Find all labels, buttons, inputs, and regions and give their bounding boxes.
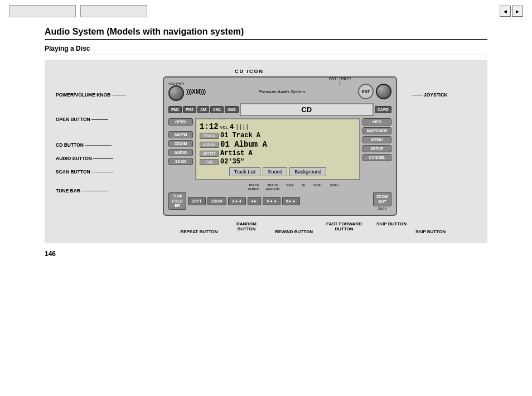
menu-button[interactable]: MENU <box>362 136 391 143</box>
artist-row: ARTIST Artist A <box>200 149 356 157</box>
track-btn-5[interactable]: 5◄◄ <box>263 197 280 205</box>
open-button-label: OPEN BUTTON <box>56 117 108 122</box>
cdxm-button[interactable]: CD/XM <box>168 140 193 147</box>
vol-label: VOL <box>220 125 228 130</box>
nav-tab-2[interactable] <box>80 5 147 17</box>
right-labels: JOYSTICK <box>409 76 476 216</box>
transport-label-random: TRACKRANDOM <box>263 183 282 191</box>
vol-number: 4 <box>230 123 234 131</box>
premium-audio-label: Premium Audio System <box>208 89 356 94</box>
cd-unit: ANTI THEFT VOL•PWR )))XM))) Premium Audi… <box>163 76 397 216</box>
main-section: OPEN AM/FM CD/XM AUDIO SCAN 1:12 VOL <box>168 118 391 180</box>
artist-label: ARTIST <box>200 151 219 157</box>
page-number: 146 <box>45 243 487 258</box>
track-label: TRACK <box>200 133 219 139</box>
skip-button-label-1: SKIP BUTTON <box>369 221 414 234</box>
scan-button[interactable]: SCAN <box>168 158 193 165</box>
left-labels: POWER/VOLUME KNOB OPEN BUTTON CD BUTTON … <box>56 76 151 216</box>
track-value: 01 Track A <box>220 132 260 139</box>
power-volume-label: POWER/VOLUME KNOB <box>56 92 126 98</box>
transport-label-skip+: SKIP + <box>327 183 342 191</box>
freq-row: FM1 FM2 AM XM1 XM2 CD CARD <box>168 103 391 116</box>
cd-icon-label: CD ICON <box>56 69 443 74</box>
ent-button[interactable]: ENT <box>358 84 374 99</box>
artist-value: Artist A <box>220 149 253 157</box>
track-btn-4[interactable]: 4► <box>248 197 262 205</box>
display-bottom-buttons: Track List Sound Background <box>200 167 356 176</box>
left-side-buttons: OPEN AM/FM CD/XM AUDIO SCAN <box>168 118 193 180</box>
track-btn-6[interactable]: 6►► <box>282 197 300 205</box>
card-btn[interactable]: CARD <box>375 106 391 113</box>
album-row: ALBUM 01 Album A <box>200 140 356 149</box>
scan-button-label: SCAN BUTTON <box>56 169 114 175</box>
joystick-label: JOYSTICK <box>412 92 448 98</box>
amfm-button[interactable]: AM/FM <box>168 131 193 138</box>
sound-button[interactable]: Sound <box>263 167 287 176</box>
vol-bars: |||| <box>235 124 249 131</box>
tune-folder-button[interactable]: TUN/FOLDER <box>168 192 186 210</box>
display-time: 1:12 <box>200 122 219 131</box>
nav-tab-1[interactable] <box>9 5 76 17</box>
random-button-label: RANDOMBUTTON <box>224 221 269 234</box>
top-navigation: ◄ ► <box>0 0 532 22</box>
track-row: TRACK 01 Track A <box>200 132 356 139</box>
am-btn[interactable]: AM <box>197 106 209 113</box>
volume-knob[interactable] <box>168 85 184 101</box>
background-button[interactable]: Background <box>289 167 326 176</box>
bottom-labels-row: REPEAT BUTTON RANDOMBUTTON REWIND BUTTON… <box>56 221 476 234</box>
joystick[interactable] <box>376 84 391 99</box>
track-btn-1[interactable]: 1RPT <box>188 197 206 205</box>
fast-forward-button-label: FAST FORWARDBUTTON <box>319 221 369 234</box>
transport-label-repeat: TRACKREPEAT <box>245 183 262 191</box>
diagram-area: CD ICON POWER/VOLUME KNOB OPEN BUTTON CD… <box>45 60 487 243</box>
prev-arrow[interactable]: ◄ <box>500 6 511 17</box>
transport-label-skip-: SKIP - <box>310 183 326 191</box>
album-label: ALBUM <box>200 142 219 148</box>
open-button[interactable]: OPEN <box>168 118 193 125</box>
track-buttons-row: TUN/FOLDER 1RPT 2RDM 3◄◄ 4► 5◄◄ 6►► ZOOM… <box>168 192 391 210</box>
elapsed-row: TIME 02'35" <box>200 158 356 166</box>
mapguide-button[interactable]: MAP/GUIDE <box>362 127 391 134</box>
rewind-button-label: REWIND BUTTON <box>269 229 319 234</box>
repeat-button-label: REPEAT BUTTON <box>174 229 224 234</box>
unit-top-row: VOL•PWR )))XM))) Premium Audio System EN… <box>168 82 391 101</box>
next-arrow[interactable]: ► <box>512 6 523 17</box>
transport-label-rew: REW <box>283 183 297 191</box>
audio-button-label: AUDIO BUTTON <box>56 156 113 161</box>
tune-bar-label: TUNE BAR <box>56 188 109 194</box>
right-side-buttons: INFO MAP/GUIDE MENU SETUP CANCEL <box>362 118 391 180</box>
volume-knob-area: VOL•PWR <box>168 82 184 101</box>
transport-labels-row: TRACKREPEAT TRACKRANDOM REW FF SKIP - SK… <box>168 183 391 191</box>
transport-label-ff: FF <box>298 183 309 191</box>
main-display: 1:12 VOL 4 |||| TRACK 01 Track A ALBU <box>195 118 360 180</box>
cd-display: CD <box>240 103 374 116</box>
fm2-btn[interactable]: FM2 <box>183 106 196 113</box>
xm1-btn[interactable]: XM1 <box>210 106 224 113</box>
diagram-wrapper: POWER/VOLUME KNOB OPEN BUTTON CD BUTTON … <box>56 76 476 216</box>
skip-button-label-2: SKIP BUTTON <box>414 229 447 234</box>
zoom-out-area[interactable]: ZOOMOUT 2AC8 <box>373 192 391 210</box>
page-title: Audio System (Models with navigation sys… <box>45 22 487 40</box>
time-value: 02'35" <box>220 158 244 166</box>
setup-button[interactable]: SETUP <box>362 145 391 152</box>
track-btn-3[interactable]: 3◄◄ <box>228 197 246 205</box>
track-list-button[interactable]: Track List <box>229 167 261 176</box>
album-value: 01 Album A <box>220 140 267 149</box>
main-content: Audio System (Models with navigation sys… <box>0 22 532 258</box>
xm2-btn[interactable]: XM2 <box>225 106 238 113</box>
track-btn-2[interactable]: 2RDM <box>207 197 226 205</box>
zoom-code: 2AC8 <box>378 207 386 210</box>
cancel-button[interactable]: CANCEL <box>362 154 391 161</box>
section-title: Playing a Disc <box>45 42 487 55</box>
xm-display: )))XM))) <box>186 89 206 95</box>
time-label: TIME <box>200 159 219 165</box>
cd-button-label: CD BUTTON <box>56 142 112 148</box>
info-button[interactable]: INFO <box>362 118 391 125</box>
nav-arrows: ◄ ► <box>500 6 523 17</box>
anti-theft-label: ANTI THEFT <box>329 76 351 85</box>
time-row: 1:12 VOL 4 |||| <box>200 122 356 131</box>
zoom-out-button[interactable]: ZOOMOUT <box>373 192 391 206</box>
audio-button[interactable]: AUDIO <box>168 149 193 156</box>
fm1-btn[interactable]: FM1 <box>168 106 182 113</box>
